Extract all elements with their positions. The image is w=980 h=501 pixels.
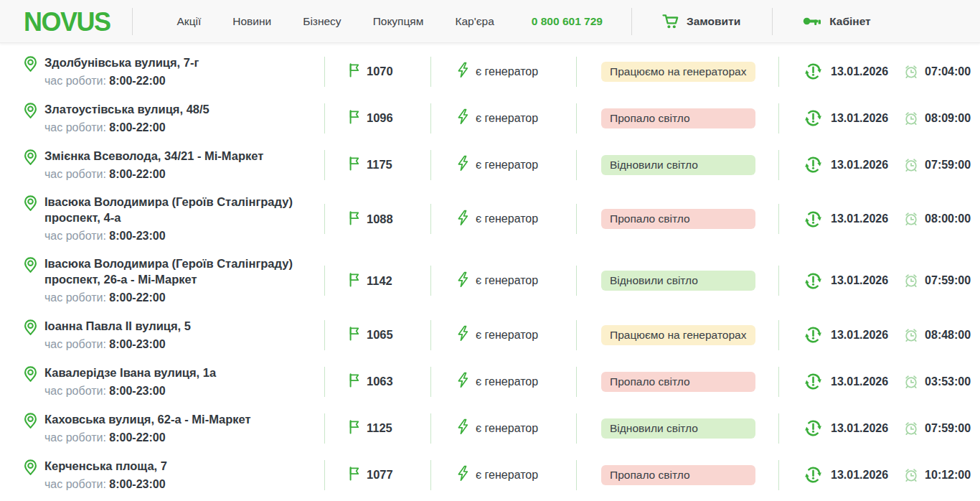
store-address-cell: Іоанна Павла II вулиця, 5 час роботи: 8:… (24, 318, 324, 352)
update-time: 07:59:00 (925, 422, 971, 435)
refresh-alert-icon (804, 210, 822, 228)
store-number-cell: 1070 (325, 62, 430, 80)
flag-icon (347, 210, 360, 228)
nav-item-4[interactable]: Кар'єра (455, 8, 494, 35)
generator-cell: є генератор (431, 372, 576, 391)
nav-item-0[interactable]: Акції (177, 8, 202, 35)
location-pin-icon (24, 102, 37, 120)
working-hours-value: 8:00-22:00 (109, 121, 165, 134)
header-divider (772, 8, 773, 35)
status-cell: Пропало світло (577, 209, 778, 229)
store-number: 1077 (367, 468, 393, 482)
status-badge: Відновили світло (601, 155, 755, 175)
lightning-icon (457, 271, 469, 291)
refresh-alert-icon (804, 109, 822, 127)
nav-item-3[interactable]: Покупцям (373, 8, 424, 35)
store-number-cell: 1077 (325, 466, 430, 484)
datetime-cell: 13.01.2026 08:09:00 (779, 109, 971, 127)
nav-item-label: Новини (232, 15, 271, 27)
working-hours-label: час роботи: (44, 75, 109, 87)
update-time: 07:59:00 (925, 159, 971, 172)
store-address-block: Змієнка Всеволода, 34/21 - Мі-Маркет час… (44, 148, 263, 182)
store-address-cell: Івасюка Володимира (Героїв Сталінграду) … (24, 194, 324, 244)
store-number-cell: 1142 (325, 272, 430, 290)
working-hours-value: 8:00-23:00 (109, 230, 165, 242)
novus-logo[interactable]: NOVUS (24, 8, 110, 35)
store-address: Златоустівська вулиця, 48/5 (44, 101, 209, 117)
generator-label: є генератор (476, 65, 538, 78)
datetime-cell: 13.01.2026 07:59:00 (779, 156, 971, 174)
main-nav: Акції Новини Бізнесу Покупцям Кар'єра (146, 8, 494, 35)
working-hours-label: час роботи: (44, 121, 109, 134)
update-date: 13.01.2026 (831, 329, 888, 342)
working-hours-value: 8:00-22:00 (109, 291, 165, 304)
alarm-clock-icon (903, 374, 919, 390)
working-hours-value: 8:00-22:00 (109, 431, 165, 444)
update-time: 10:12:00 (925, 469, 971, 482)
status-badge: Відновили світло (601, 418, 755, 439)
store-address-cell: Івасюка Володимира (Героїв Сталінграду) … (24, 256, 324, 306)
store-number-cell: 1065 (325, 326, 430, 344)
refresh-alert-icon (804, 419, 822, 437)
store-row: Змієнка Всеволода, 34/21 - Мі-Маркет час… (0, 141, 980, 188)
generator-label: є генератор (476, 375, 538, 388)
lightning-icon (457, 418, 469, 438)
working-hours-label: час роботи: (44, 338, 109, 350)
flag-icon (347, 62, 360, 80)
store-number-cell: 1088 (325, 210, 430, 228)
nav-item-label: Акції (177, 15, 202, 27)
refresh-alert-icon (804, 466, 822, 484)
datetime-cell: 13.01.2026 10:12:00 (779, 466, 971, 484)
store-address-block: Івасюка Володимира (Героїв Сталінграду) … (44, 256, 303, 306)
store-number: 1063 (367, 375, 393, 388)
working-hours: час роботи: 8:00-23:00 (44, 337, 191, 352)
generator-label: є генератор (476, 329, 538, 342)
generator-cell: є генератор (431, 108, 576, 128)
status-badge: Пропало світло (601, 209, 755, 229)
store-number-cell: 1063 (325, 373, 430, 390)
status-cell: Пропало світло (577, 465, 778, 485)
nav-item-1[interactable]: Новини (232, 8, 271, 35)
store-address-block: Златоустівська вулиця, 48/5 час роботи: … (44, 101, 209, 136)
working-hours-label: час роботи: (44, 478, 109, 490)
working-hours: час роботи: 8:00-22:00 (44, 73, 199, 89)
refresh-alert-icon (804, 326, 822, 344)
store-address-block: Іоанна Павла II вулиця, 5 час роботи: 8:… (44, 318, 191, 352)
working-hours: час роботи: 8:00-23:00 (44, 477, 167, 492)
lightning-icon (457, 62, 469, 81)
status-badge: Пропало світло (601, 372, 755, 392)
status-cell: Працюємо на генераторах (577, 62, 778, 82)
location-pin-icon (24, 365, 37, 383)
update-time: 08:00:00 (925, 212, 971, 225)
status-badge: Пропало світло (601, 465, 755, 485)
generator-cell: є генератор (431, 155, 576, 174)
store-address-block: Керченська площа, 7 час роботи: 8:00-23:… (44, 458, 167, 492)
nav-item-2[interactable]: Бізнесу (303, 8, 341, 35)
key-icon (803, 16, 822, 27)
update-time: 08:09:00 (925, 112, 971, 125)
working-hours: час роботи: 8:00-22:00 (44, 120, 209, 136)
lightning-icon (457, 325, 469, 345)
status-badge: Працюємо на генераторах (601, 62, 755, 82)
working-hours-value: 8:00-22:00 (109, 168, 165, 180)
update-date: 13.01.2026 (831, 274, 888, 287)
flag-icon (347, 373, 360, 390)
working-hours-label: час роботи: (44, 431, 109, 444)
status-badge: Працюємо на генераторах (601, 325, 755, 345)
alarm-clock-icon (903, 327, 919, 343)
account-button[interactable]: Кабінет (803, 15, 871, 28)
working-hours: час роботи: 8:00-23:00 (44, 228, 303, 244)
update-date: 13.01.2026 (831, 159, 888, 172)
lightning-icon (457, 372, 469, 391)
lightning-icon (457, 155, 469, 174)
store-number-cell: 1175 (325, 156, 430, 174)
order-button[interactable]: Замовити (662, 14, 740, 29)
store-number: 1175 (367, 158, 392, 172)
store-number-cell: 1096 (325, 109, 430, 127)
generator-label: є генератор (476, 159, 538, 172)
refresh-alert-icon (804, 373, 822, 390)
update-date: 13.01.2026 (831, 422, 888, 435)
hotline-phone-link[interactable]: 0 800 601 729 (532, 15, 603, 28)
datetime-cell: 13.01.2026 08:48:00 (779, 326, 971, 344)
working-hours-value: 8:00-23:00 (109, 478, 165, 490)
